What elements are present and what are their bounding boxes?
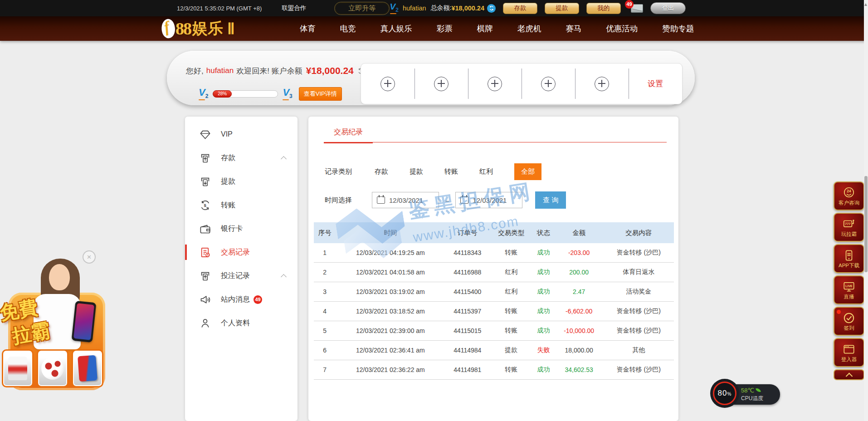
- withdraw-button[interactable]: 提款: [545, 3, 579, 14]
- cell-status: 成功: [532, 360, 555, 380]
- nav-item-3[interactable]: 真人娱乐: [368, 16, 424, 41]
- column-header: 状态: [532, 222, 555, 243]
- sidebar-item-label: 站内消息: [221, 295, 250, 304]
- filter-2[interactable]: 提款: [410, 167, 423, 176]
- filter-3[interactable]: 转账: [444, 167, 458, 176]
- scrollbar-thumb[interactable]: [864, 176, 868, 272]
- nav-item-8[interactable]: 优惠活动: [594, 16, 650, 41]
- nav-item-1[interactable]: 体育: [288, 16, 328, 41]
- transfer-icon: $: [199, 199, 211, 211]
- vip-detail-button[interactable]: 查看VIP详情: [299, 87, 342, 101]
- bet-record-icon: [199, 270, 211, 282]
- date-to-input[interactable]: 12/03/2021: [455, 192, 522, 208]
- table-row: 512/03/2021 02:39:00 am44115015转账成功-10,0…: [314, 321, 674, 341]
- settings-label[interactable]: 设置: [648, 78, 663, 89]
- site-logo[interactable]: 88 娱乐 Ⅱ: [161, 18, 235, 39]
- filter-1[interactable]: 存款: [375, 167, 388, 176]
- add-shortcut-button[interactable]: [575, 64, 629, 104]
- add-shortcut-button[interactable]: [522, 64, 575, 104]
- transaction-panel: 交易纪录 记录类别 存款提款转账红利全部 时间选择 12/03/2021 – 1…: [308, 117, 678, 421]
- logo-88: 88: [176, 19, 191, 39]
- add-shortcut-button[interactable]: [414, 64, 468, 104]
- messages-button[interactable]: 49: [631, 4, 643, 13]
- sidebar-item-2[interactable]: 存款: [185, 146, 297, 170]
- cell-amount: 2.47: [555, 282, 604, 302]
- sidebar-item-9[interactable]: 个人资料: [185, 311, 297, 335]
- settings-cell[interactable]: 设置: [629, 64, 682, 104]
- scrollbar[interactable]: [864, 0, 868, 421]
- sidebar-item-label: 转账: [221, 201, 235, 210]
- add-shortcut-button[interactable]: [468, 64, 522, 104]
- cell-order_no: 44116988: [445, 263, 490, 282]
- nav-item-6[interactable]: 老虎机: [505, 16, 554, 41]
- promo-graphic[interactable]: 免費 拉霸: [5, 259, 109, 402]
- sidebar-item-5[interactable]: 银行卡: [185, 217, 297, 240]
- sidebar-item-7[interactable]: 投注记录: [185, 264, 297, 288]
- sidebar-item-1[interactable]: VIP: [185, 122, 297, 146]
- message-icon: [199, 294, 211, 306]
- filter-4[interactable]: 红利: [479, 167, 493, 176]
- sidebar-item-3[interactable]: 提款: [185, 170, 297, 193]
- plus-circle-icon: [380, 77, 395, 91]
- nav-item-5[interactable]: 棋牌: [465, 16, 505, 41]
- float-button-6[interactable]: 登入器: [834, 338, 864, 367]
- nav-item-7[interactable]: 赛马: [553, 16, 594, 41]
- alliance-link[interactable]: 联盟合作: [282, 4, 306, 12]
- column-header: 金额: [555, 222, 604, 243]
- tabbar: 交易纪录: [324, 127, 667, 142]
- balance-value: ¥18,000.24: [451, 5, 484, 12]
- table-row: 712/03/2021 02:36:22 am44114981转账成功34,60…: [314, 360, 674, 380]
- float-button-5[interactable]: 签到: [834, 307, 864, 336]
- table-row: 412/03/2021 03:18:52 am44115397转账成功-6,60…: [314, 302, 674, 321]
- floating-menu: 24客户咨询777玩拉霸APP下载LIVE直播签到登入器: [834, 181, 864, 380]
- calendar-icon: [460, 196, 468, 204]
- float-button-1[interactable]: 24客户咨询: [834, 181, 864, 210]
- float-button-3[interactable]: APP下载: [834, 244, 864, 273]
- svg-text:24: 24: [847, 189, 851, 193]
- sidebar-item-8[interactable]: 站内消息49: [185, 288, 297, 311]
- cell-time: 12/03/2021 02:36:41 am: [336, 341, 445, 360]
- nav-item-4[interactable]: 彩票: [424, 16, 465, 41]
- cell-order_no: 44114984: [445, 341, 490, 360]
- service-24h-icon: 24: [842, 186, 856, 200]
- topbar-account-area: V2 hufatian 总余额: ¥18,000.24 存款 提款 我的 49 …: [390, 2, 686, 14]
- datetime: 12/3/2021 5:35:02 PM (GMT +8): [177, 5, 262, 12]
- collapse-menu-button[interactable]: [834, 369, 864, 380]
- sidebar-item-4[interactable]: $转账: [185, 193, 297, 217]
- refresh-balance-icon[interactable]: [487, 4, 496, 13]
- column-header: 序号: [314, 222, 336, 243]
- cell-amount: 18,000.00: [555, 341, 604, 360]
- scroll-up-arrow-icon[interactable]: [864, 3, 867, 6]
- cell-type: 转账: [490, 302, 532, 321]
- cell-type: 转账: [490, 321, 532, 341]
- cell-order_no: 44114981: [445, 360, 490, 380]
- leaf-icon: [756, 387, 761, 393]
- cell-seq: 6: [314, 341, 336, 360]
- cell-order_no: 44118343: [445, 243, 490, 263]
- notification-dot: [837, 310, 841, 314]
- search-button[interactable]: 查 询: [535, 191, 566, 209]
- transaction-record-icon: [199, 246, 211, 259]
- vip-next-icon: V3: [283, 88, 292, 100]
- nav-item-2[interactable]: 电竞: [328, 16, 368, 41]
- topbar: 12/3/2021 5:35:02 PM (GMT +8) 联盟合作 立即升等 …: [0, 0, 868, 16]
- football-icon: [41, 357, 64, 380]
- add-shortcut-button[interactable]: [361, 64, 414, 104]
- float-button-2[interactable]: 777玩拉霸: [834, 213, 864, 242]
- category-filter-row: 记录类别 存款提款转账红利全部: [325, 163, 678, 180]
- filter-all-active[interactable]: 全部: [514, 163, 541, 180]
- cell-content: 资金转移 (沙巴): [604, 321, 674, 341]
- upgrade-button[interactable]: 立即升等: [334, 2, 390, 15]
- cell-type: 红利: [490, 282, 532, 302]
- jersey-icon: [8, 357, 27, 380]
- date-from-input[interactable]: 12/03/2021: [372, 192, 439, 208]
- deposit-button[interactable]: 存款: [503, 3, 537, 14]
- logout-button[interactable]: 登出: [650, 2, 686, 14]
- tab-transaction-records[interactable]: 交易纪录: [324, 127, 373, 142]
- prize-phone-box: [72, 349, 103, 387]
- mine-button[interactable]: 我的: [586, 3, 621, 14]
- nav-item-9[interactable]: 赞助专题: [650, 16, 706, 41]
- float-button-4[interactable]: LIVE直播: [834, 275, 864, 304]
- sidebar-item-6[interactable]: 交易记录: [185, 240, 297, 264]
- plus-circle-icon: [541, 77, 556, 91]
